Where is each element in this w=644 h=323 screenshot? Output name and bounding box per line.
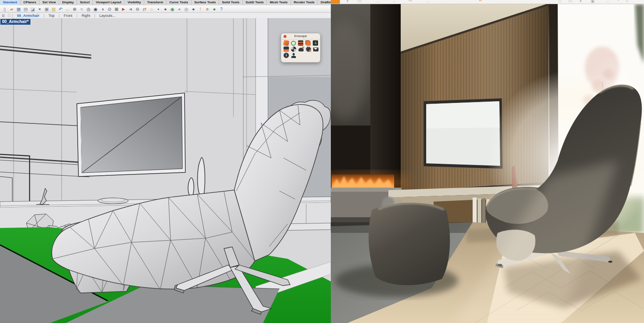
viewport-tab-armchair[interactable]: 00_Armchair [13, 14, 44, 18]
upload-management-icon[interactable] [298, 48, 304, 51]
viewport-tab-front[interactable]: Front [60, 14, 76, 18]
menu-tab-transform[interactable]: Transform [144, 0, 166, 5]
paste-icon[interactable]: ▥ [50, 6, 57, 12]
render-icon[interactable]: ● [190, 6, 197, 12]
ghosted-display-icon[interactable]: ● [176, 6, 183, 12]
lamp-icon[interactable]: ☼ [148, 6, 155, 12]
enscape-app-icon[interactable] [331, 0, 340, 4]
zoom-icon[interactable]: ○ [78, 6, 85, 12]
share-icon[interactable]: → [605, 0, 609, 3]
zoom-dynamic-icon[interactable]: ◉ [92, 6, 99, 12]
material-editor-icon[interactable] [291, 46, 296, 52]
print-icon[interactable]: ▤ [22, 6, 29, 12]
rendered-display-icon[interactable]: ◉ [169, 6, 176, 12]
menu-tab-render-tools[interactable]: Render Tools [291, 0, 318, 5]
rhino-toolbar-tab-bar: StandardCPlanesSet ViewDisplaySelectView… [0, 0, 331, 6]
feedback-icon[interactable] [313, 47, 319, 51]
viewport-tab-bar: ⊞ □ | 00_Armchair | Top | Front | Right … [0, 13, 331, 19]
view-menu-icon[interactable]: ▾ [346, 0, 349, 3]
export-standalone-icon[interactable]: → [426, 0, 430, 3]
enscape-logo-icon[interactable] [283, 40, 289, 46]
undo-icon[interactable]: ↶ [57, 6, 64, 12]
menu-tab-visibility[interactable]: Visibility [125, 0, 144, 5]
viewport-tab-right[interactable]: Right [77, 14, 94, 18]
active-viewport-label[interactable]: 00_Armchair* [0, 19, 30, 25]
close-icon[interactable] [284, 35, 286, 38]
window-mode-icon[interactable]: ▭ [358, 0, 361, 3]
copy-icon[interactable]: ▣ [43, 6, 50, 12]
enscape-render-window: ▾▭→→↷→^☆▭▾▣→*○ [331, 0, 644, 323]
favorites-icon[interactable]: ☆ [558, 0, 562, 3]
batch-export-icon[interactable] [306, 41, 311, 46]
tv-wireframe[interactable] [77, 93, 185, 177]
rhino-3d-viewport[interactable] [0, 18, 331, 323]
export-panorama-icon[interactable]: ↷ [408, 0, 411, 3]
named-views-icon[interactable]: ◄ [127, 6, 134, 12]
export-video-icon[interactable]: → [392, 0, 396, 3]
new-file-icon[interactable]: ▯ [1, 6, 8, 12]
export-image-icon[interactable]: → [375, 0, 379, 3]
render-environment-icon[interactable]: ● [211, 6, 218, 12]
menu-tab-subd-tools[interactable]: SubD Tools [243, 0, 267, 5]
zoom-out-icon[interactable]: ⊖ [134, 6, 141, 12]
menu-tab-cplanes[interactable]: CPlanes [21, 0, 40, 5]
settings-icon[interactable] [306, 46, 311, 52]
menu-tab-standard[interactable]: Standard [0, 0, 21, 5]
screenshot-icon[interactable]: ▣ [591, 0, 594, 3]
enscape-palette-titlebar[interactable]: Enscape [281, 33, 320, 40]
export-annotation-icon[interactable]: ◪ [29, 6, 36, 12]
fireplace-chimney [370, 4, 402, 180]
layers-icon[interactable]: ≡ [204, 6, 211, 12]
live-updates-icon[interactable] [298, 40, 303, 46]
enscape-top-toolbar: ▾▭→→↷→^☆▭▾▣→*○ [331, 0, 644, 4]
menu-tab-solid-tools[interactable]: Solid Tools [219, 0, 243, 5]
split-screen-workspace: StandardCPlanesSet ViewDisplaySelectView… [0, 0, 644, 323]
monitor-icon[interactable]: ▭ [568, 0, 572, 3]
move-icon[interactable]: ⊕ [71, 6, 78, 12]
enscape-render-viewport[interactable] [331, 4, 644, 323]
shaded-display-icon[interactable]: ● [162, 6, 169, 12]
enscape-palette-row-2 [281, 46, 320, 52]
enscape-palette-row-1 [281, 40, 320, 46]
open-file-icon[interactable]: ▰ [8, 6, 15, 12]
video-editor-icon[interactable] [284, 46, 289, 52]
rotate-view-icon[interactable]: ► [120, 6, 127, 12]
settings-gear-icon[interactable]: * [618, 0, 619, 3]
delete-icon[interactable]: × [36, 6, 43, 12]
zoom-window-icon[interactable]: ◎ [85, 6, 92, 12]
rhino-window: StandardCPlanesSet ViewDisplaySelectView… [0, 0, 331, 323]
menu-tab-display[interactable]: Display [59, 0, 77, 5]
zoom-extents-icon[interactable]: ⊙ [106, 6, 113, 12]
save-icon[interactable]: ▦ [15, 6, 22, 12]
four-viewports-icon[interactable]: ⊞ [113, 6, 120, 12]
render-warning-icon[interactable]: ! [197, 6, 204, 12]
pan-hand-icon[interactable]: ↔ [64, 6, 71, 12]
viewport-grid-icon[interactable]: ⊞ [2, 14, 5, 18]
viewport-float-icon[interactable]: □ [8, 14, 10, 18]
undo-view-change-icon[interactable]: ⇄ [141, 6, 148, 12]
asset-library-icon[interactable] [313, 40, 318, 46]
help-circle-icon[interactable]: ○ [626, 0, 628, 3]
viewport-tab-top[interactable]: Top [44, 14, 59, 18]
enscape-palette-row-3 [281, 52, 320, 58]
menu-tab-select[interactable]: Select [77, 0, 93, 5]
enscape-palette[interactable]: Enscape [281, 33, 321, 63]
download-icon[interactable]: ▾ [579, 0, 582, 3]
menu-tab-surface-tools[interactable]: Surface Tools [192, 0, 219, 5]
help-icon[interactable]: ? [218, 6, 225, 12]
viewport-tab-layouts[interactable]: Layouts... [95, 14, 120, 18]
synchronize-views-icon[interactable] [291, 41, 296, 46]
rhino-standard-toolbar: ▯▰▦▤◪×▣▥↶↔⊕○◎◉◑⊙⊞►◄⊖⇄☼▪●◉●◎●!≡●? [0, 5, 331, 13]
account-icon[interactable] [291, 53, 296, 58]
xray-display-icon[interactable]: ◎ [183, 6, 190, 12]
collapse-toolbar-icon[interactable]: ^ [479, 0, 482, 3]
lock-icon[interactable]: ▪ [155, 6, 162, 12]
menu-tab-mesh-tools[interactable]: Mesh Tools [267, 0, 291, 5]
enscape-palette-title: Enscape [281, 33, 320, 39]
about-icon[interactable] [284, 53, 289, 58]
menu-tab-curve-tools[interactable]: Curve Tools [166, 0, 192, 5]
enscape-toolbar-icons: ▾▭→→↷→^☆▭▾▣→*○ [340, 0, 628, 3]
zoom-selected-icon[interactable]: ◑ [99, 6, 106, 12]
menu-tab-viewport-layout[interactable]: Viewport Layout [93, 0, 125, 5]
menu-tab-set-view[interactable]: Set View [39, 0, 59, 5]
